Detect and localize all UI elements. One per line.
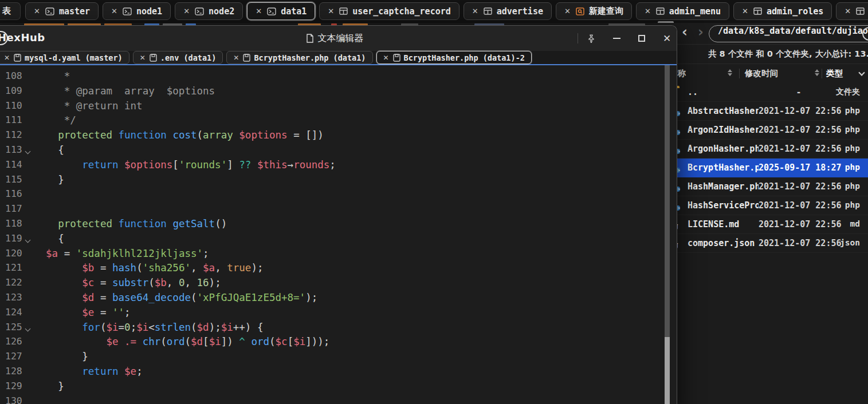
close-tab-icon[interactable]: ✕ (111, 7, 117, 15)
code-line[interactable]: 108 * (0, 70, 677, 85)
close-window-button[interactable]: ✕ (658, 32, 675, 45)
code-line[interactable]: 128 return $e; (0, 366, 677, 381)
file-row-ArgonHasher.php[interactable]: />ArgonHasher.php2021-12-07 22:56php (674, 140, 868, 159)
code-line[interactable]: 127 } (0, 351, 677, 366)
line-number: 129 (5, 381, 23, 395)
fold-chevron-icon[interactable] (23, 144, 34, 159)
close-tab-icon[interactable]: ✕ (328, 7, 334, 15)
file-row-composer.json[interactable]: Tcomposer.json2021-12-07 22:56json (674, 234, 868, 253)
path-breadcrumb[interactable]: /data/k8s_data/default/dujiaok (709, 25, 868, 42)
file-row-HashServicePro[interactable]: />HashServicePro…2021-12-07 22:56php (674, 196, 868, 215)
editor-scrollbar[interactable] (665, 65, 670, 404)
file-row-LICENSE.md[interactable]: TLICENSE.md2021-12-07 22:56md (674, 215, 868, 234)
code-line[interactable]: 118 protected function getSalt() (0, 218, 677, 233)
line-number: 115 (5, 174, 23, 189)
nav-forward-icon[interactable]: › (698, 24, 704, 40)
code-line[interactable]: 116 (0, 188, 677, 203)
code-line[interactable]: 111 */ (0, 114, 677, 129)
sort-icon[interactable] (728, 69, 732, 76)
tab-label: node1 (136, 6, 162, 17)
code-line[interactable]: 110 * @return int (0, 100, 677, 115)
fold-chevron-icon[interactable] (23, 322, 34, 336)
nav-back-icon[interactable]: ‹ (682, 24, 688, 40)
code-line[interactable]: 123 $d = base64_decode('xPfGJQaE1zE5d+8=… (0, 292, 677, 307)
fold-chevron-icon[interactable] (23, 233, 34, 248)
close-tab-icon[interactable]: ✕ (183, 7, 190, 15)
code-line[interactable]: 130 (0, 395, 677, 404)
chevron-down-icon[interactable] (858, 69, 865, 76)
editor-scrollbar-thumb[interactable] (665, 337, 670, 404)
file-row-AbstractHasher[interactable]: />AbstractHasher…2021-12-07 22:56php (674, 102, 868, 121)
file-row-Argon2IdHasher[interactable]: />Argon2IdHasher…2021-12-07 22:56php (674, 121, 868, 140)
code-text: for($i=0;$i<strlen($d);$i++) { (34, 322, 263, 336)
code-line[interactable]: 126 $e .= chr(ord($d[$i]) ^ ord($c[$i]))… (0, 336, 677, 351)
code-line[interactable]: 113 { (0, 144, 677, 159)
code-line[interactable]: 122 $c = substr($b, 0, 16); (0, 277, 677, 292)
code-line[interactable]: 112 protected function cost(array $optio… (0, 129, 677, 144)
code-line[interactable]: 119 { (0, 233, 677, 248)
code-text: protected function cost(array $options =… (34, 129, 324, 144)
file-type: php (845, 163, 860, 172)
table-icon (753, 7, 762, 15)
tab-label: master (59, 6, 90, 17)
pin-button[interactable] (583, 32, 600, 45)
close-tab-icon[interactable]: ✕ (742, 7, 748, 15)
file-mtime: 2021-12-07 22:56 (759, 181, 839, 192)
code-editor[interactable]: 108 *109 * @param array $options110 * @r… (0, 65, 677, 404)
editor-tab[interactable]: ✕.env (data1) (133, 51, 223, 64)
top-tab-admin_menu[interactable]: ✕admin_menu (636, 2, 729, 20)
file-type: php (845, 125, 860, 134)
close-tab-icon[interactable]: ✕ (645, 7, 651, 15)
code-line[interactable]: 121 $b = hash('sha256', $a, true); (0, 262, 677, 277)
editor-tab[interactable]: ✕BcryptHasher.php (data1)-2 (376, 51, 532, 64)
top-tab-user_captcha_record[interactable]: ✕user_captcha_record (319, 2, 459, 20)
minimize-button[interactable] (608, 32, 625, 45)
file-name: BcryptHasher.p… (688, 163, 759, 173)
column-header-mtime[interactable]: 修改时间 (745, 68, 778, 79)
top-tab-master[interactable]: ✕master (25, 2, 99, 20)
fold-gutter (23, 262, 34, 277)
code-line[interactable]: 109 * @param array $options (0, 85, 677, 100)
code-line[interactable]: 129 } (0, 381, 677, 395)
line-number: 122 (5, 277, 23, 292)
line-number: 113 (5, 144, 23, 159)
top-tab-node2[interactable]: ✕node2 (175, 2, 243, 20)
top-tab-新建查询[interactable]: ✕新建查询 (556, 2, 632, 20)
maximize-button[interactable] (633, 32, 650, 45)
code-line[interactable]: 124 $e = ''; (0, 307, 677, 322)
code-line[interactable]: 114 return $options['rounds'] ?? $this→r… (0, 159, 677, 174)
top-tab-advertise[interactable]: ✕advertise (464, 2, 552, 20)
sort-icon[interactable] (815, 69, 819, 76)
close-tab-icon[interactable]: ✕ (233, 54, 239, 62)
close-tab-icon[interactable]: ✕ (140, 54, 146, 62)
file-row-BcryptHasher.p[interactable]: />BcryptHasher.p…2025-09-17 18:27php (674, 159, 868, 177)
line-number: 120 (5, 248, 23, 263)
tab-label: admin_roles (767, 6, 823, 17)
code-line[interactable]: 125 for($i=0;$i<strlen($d);$i++) { (0, 322, 677, 336)
top-tab-data1[interactable]: ✕data1 (247, 2, 315, 20)
file-row-HashManager.php[interactable]: />HashManager.php2021-12-07 22:56php (674, 177, 868, 196)
close-tab-icon[interactable]: ✕ (472, 7, 478, 15)
close-tab-icon[interactable]: ✕ (34, 7, 40, 15)
code-line[interactable]: 120 $a = 'sdahjklhl212jkljass'; (0, 248, 677, 263)
close-tab-icon[interactable]: ✕ (4, 54, 10, 62)
file-icon (393, 54, 400, 62)
close-tab-icon[interactable]: ✕ (256, 7, 262, 15)
partial-tab[interactable]: 表 (0, 2, 21, 20)
editor-tab[interactable]: ✕BcryptHasher.php (data1) (226, 51, 372, 64)
close-tab-icon[interactable]: ✕ (564, 7, 571, 15)
fold-gutter (23, 188, 34, 203)
code-text: $e = ''; (34, 307, 131, 322)
editor-tab[interactable]: ✕mysql-d.yaml (master) (0, 51, 129, 64)
code-line[interactable]: 115 } (0, 174, 677, 189)
top-tab-admin_users[interactable]: ✕admin_users (836, 2, 868, 20)
close-tab-icon[interactable]: ✕ (845, 7, 851, 15)
code-line[interactable]: 117 (0, 203, 677, 218)
column-header-type[interactable]: 类型 (826, 68, 843, 79)
file-row-..[interactable]: ..-文件夹 (674, 83, 868, 102)
file-icon (243, 54, 250, 62)
top-tab-node1[interactable]: ✕node1 (103, 2, 171, 20)
close-tab-icon[interactable]: ✕ (383, 54, 389, 62)
tab-label: advertise (497, 6, 543, 17)
top-tab-admin_roles[interactable]: ✕admin_roles (733, 2, 832, 20)
